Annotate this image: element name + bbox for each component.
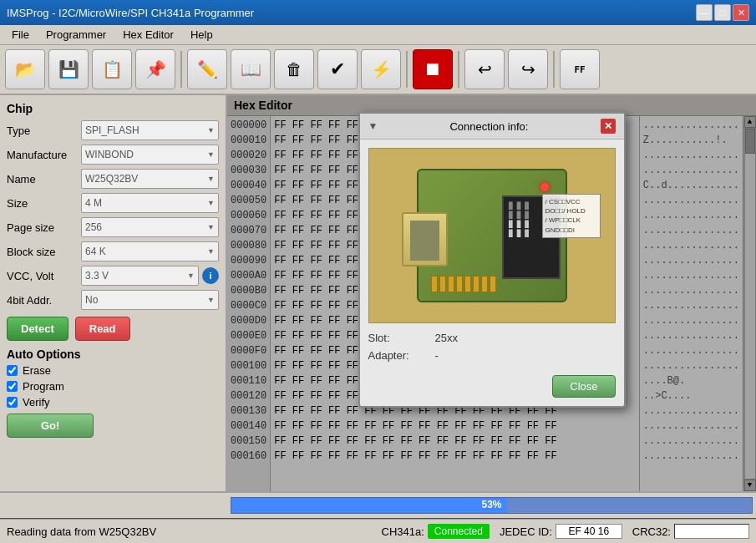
name-dropdown-arrow: ▼ [207, 175, 215, 183]
save-button[interactable]: 💾 [48, 49, 89, 89]
flash-button[interactable]: ⚡ [361, 49, 401, 89]
connection-info-dialog: ▼ Connection info: ✕ [358, 112, 626, 408]
title-bar: IMSProg - I2C/MicroWire/SPI CH341a Progr… [0, 0, 756, 25]
modal-header: ▼ Connection info: ✕ [360, 114, 624, 140]
slot-value: 25xx [435, 332, 458, 344]
read-button[interactable]: 📖 [231, 49, 271, 89]
usb-connector [402, 212, 448, 266]
auto-options-title: Auto Options [7, 348, 219, 361]
stop-button[interactable]: ⏹ [413, 49, 453, 89]
main-content: Chip Type SPI_FLASH ▼ Manufacture WINBON… [0, 95, 756, 491]
write-button[interactable]: ✏️ [187, 49, 227, 89]
type-row: Type SPI_FLASH ▼ [7, 120, 219, 140]
vcc-label: VCC, Volt [7, 270, 78, 282]
block-size-label: Block size [7, 246, 78, 258]
addr4bit-row: 4bit Addr. No ▼ [7, 290, 219, 310]
crc32-input[interactable] [674, 524, 749, 539]
block-size-input[interactable]: 64 K ▼ [81, 241, 219, 261]
toolbar: 📂 💾 📋 📌 ✏️ 📖 🗑 ✔ ⚡ ⏹ ↩ ↪ FF [0, 45, 756, 95]
usb-device-image: ▐▌▐▌▐▌ ▐▌▐▌▐▌ ▐▌▐▌▐▌ ▐▌▐▌▐▌ [392, 160, 592, 311]
vcc-row: VCC, Volt 3.3 V ▼ i [7, 266, 219, 286]
adapter-row: Adapter: - [368, 349, 616, 362]
maximize-button[interactable]: □ [714, 4, 731, 21]
progress-bar-text: 53% [231, 499, 752, 510]
copy-button[interactable]: 📋 [92, 49, 132, 89]
name-row: Name W25Q32BV ▼ [7, 169, 219, 189]
window-controls: — □ ✕ [696, 4, 749, 21]
type-input[interactable]: SPI_FLASH ▼ [81, 120, 219, 140]
go-button[interactable]: Go! [7, 414, 94, 438]
page-size-input[interactable]: 256 ▼ [81, 217, 219, 237]
menu-programmer[interactable]: Programmer [38, 27, 114, 43]
redo-button[interactable]: ↪ [508, 49, 548, 89]
chip-section-title: Chip [7, 102, 219, 115]
program-checkbox-row: Program [7, 380, 219, 393]
toolbar-separator-4 [553, 51, 555, 88]
name-input[interactable]: W25Q32BV ▼ [81, 169, 219, 189]
left-panel: Chip Type SPI_FLASH ▼ Manufacture WINBON… [0, 95, 227, 491]
detect-button[interactable]: Detect [7, 317, 68, 341]
erase-label[interactable]: Erase [23, 364, 51, 377]
type-dropdown-arrow: ▼ [207, 126, 215, 134]
erase-checkbox-row: Erase [7, 364, 219, 377]
connected-badge: Connected [428, 524, 490, 539]
progress-bar-container: 53% [231, 497, 753, 514]
modal-title: Connection info: [449, 120, 528, 133]
action-row: Detect Read [7, 317, 219, 341]
chip-image-area: ▐▌▐▌▐▌ ▐▌▐▌▐▌ ▐▌▐▌▐▌ ▐▌▐▌▐▌ [368, 148, 616, 323]
modal-chevron[interactable]: ▼ [368, 120, 378, 132]
verify-checkbox[interactable] [7, 397, 18, 408]
menu-hex-editor[interactable]: Hex Editor [114, 27, 182, 43]
verify-label[interactable]: Verify [23, 396, 50, 409]
block-size-dropdown-arrow: ▼ [207, 247, 215, 256]
modal-footer: Close [360, 375, 624, 406]
size-label: Size [7, 197, 78, 210]
menu-help[interactable]: Help [182, 27, 221, 43]
open-button[interactable]: 📂 [5, 49, 45, 89]
jedec-id-value: EF 40 16 [556, 524, 622, 539]
page-size-dropdown-arrow: ▼ [207, 223, 215, 231]
modal-close-button[interactable]: ✕ [601, 119, 616, 134]
menu-bar: File Programmer Hex Editor Help [0, 25, 756, 45]
jedec-id-field: JEDEC ID: EF 40 16 [500, 524, 622, 539]
status-reading-text: Reading data from W25Q32BV [7, 525, 372, 538]
ch341a-label: CH341a: [382, 525, 424, 538]
addr4bit-input[interactable]: No ▼ [81, 290, 219, 310]
manufacture-input[interactable]: WINBOND ▼ [81, 145, 219, 165]
go-button-row: Go! [7, 414, 219, 438]
pin-row [431, 276, 496, 292]
verify-button[interactable]: ✔ [317, 49, 358, 89]
undo-button[interactable]: ↩ [464, 49, 505, 89]
toolbar-separator-2 [406, 51, 408, 88]
close-modal-button[interactable]: Close [552, 375, 615, 398]
crc32-field: CRC32: [632, 524, 749, 539]
crc32-label: CRC32: [632, 525, 671, 538]
type-label: Type [7, 124, 78, 137]
close-button[interactable]: ✕ [733, 4, 749, 21]
read-chip-button[interactable]: Read [75, 317, 130, 341]
page-size-label: Page size [7, 221, 78, 234]
size-row: Size 4 M ▼ [7, 193, 219, 213]
vcc-input[interactable]: 3.3 V ▼ [81, 266, 199, 286]
program-label[interactable]: Program [23, 380, 64, 393]
addr4bit-dropdown-arrow: ▼ [207, 296, 215, 304]
vcc-info-button[interactable]: i [202, 267, 219, 284]
adapter-value: - [435, 349, 439, 362]
led-indicator [540, 183, 549, 191]
program-checkbox[interactable] [7, 381, 18, 392]
paste-button[interactable]: 📌 [135, 49, 175, 89]
erase-checkbox[interactable] [7, 365, 18, 376]
fill-ff-button[interactable]: FF [560, 49, 600, 89]
verify-checkbox-row: Verify [7, 396, 219, 409]
vcc-dropdown-arrow: ▼ [187, 272, 195, 280]
minimize-button[interactable]: — [696, 4, 713, 21]
erase-button[interactable]: 🗑 [274, 49, 314, 89]
progress-bar-area: 53% [0, 491, 756, 518]
adapter-label: Adapter: [368, 349, 435, 362]
manufacture-label: Manufacture [7, 149, 78, 161]
size-input[interactable]: 4 M ▼ [81, 193, 219, 213]
menu-file[interactable]: File [3, 27, 38, 43]
usb-inner [410, 221, 439, 261]
slot-row: Slot: 25xx [368, 332, 616, 344]
page-size-row: Page size 256 ▼ [7, 217, 219, 237]
